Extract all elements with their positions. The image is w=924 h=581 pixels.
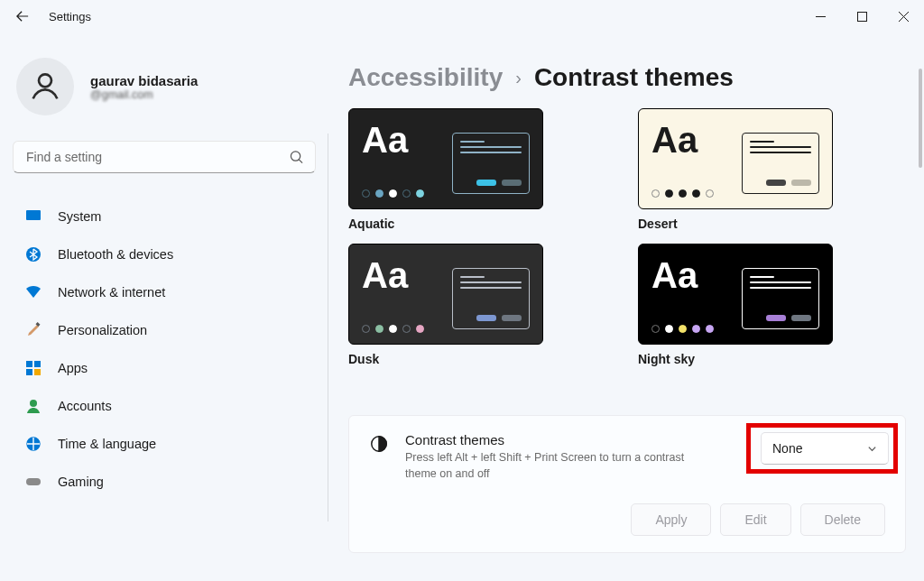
sidebar-item-label: Network & internet <box>58 285 165 300</box>
svg-rect-0 <box>857 12 866 21</box>
sidebar-item-label: Time & language <box>58 437 156 451</box>
sidebar-item-network[interactable]: Network & internet <box>13 274 316 310</box>
svg-rect-8 <box>26 369 32 375</box>
sidebar-item-time-language[interactable]: Time & language <box>13 426 316 462</box>
svg-rect-9 <box>34 369 41 375</box>
sidebar-item-label: Bluetooth & devices <box>58 247 173 262</box>
theme-dropdown[interactable]: None <box>761 432 889 465</box>
search-input[interactable] <box>13 141 316 173</box>
edit-button[interactable]: Edit <box>720 503 790 536</box>
titlebar: Settings <box>0 0 924 32</box>
apps-icon <box>25 360 42 376</box>
sidebar-item-apps[interactable]: Apps <box>13 350 316 386</box>
preview-window <box>742 133 819 194</box>
preview-aa: Aa <box>651 257 698 335</box>
bluetooth-icon <box>25 246 42 263</box>
preview-label: Aquatic <box>348 217 616 231</box>
theme-preview-desert[interactable]: Aa Desert <box>638 108 906 231</box>
sidebar: gaurav bidasaria @gmail.com System Bluet… <box>0 32 328 581</box>
preview-aa: Aa <box>651 122 698 199</box>
profile-block[interactable]: gaurav bidasaria @gmail.com <box>13 58 316 115</box>
preview-label: Night sky <box>638 352 906 366</box>
preview-window <box>742 268 819 329</box>
sidebar-item-accounts[interactable]: Accounts <box>13 388 316 424</box>
sidebar-item-label: Gaming <box>58 475 104 489</box>
theme-preview-night-sky[interactable]: Aa Night sky <box>638 244 906 366</box>
sidebar-item-gaming[interactable]: Gaming <box>13 464 316 500</box>
main-panel: Accessibility › Contrast themes Aa Aquat… <box>328 32 924 553</box>
svg-point-10 <box>30 400 37 407</box>
preview-label: Desert <box>638 217 906 231</box>
preview-window <box>452 268 530 329</box>
sidebar-item-personalization[interactable]: Personalization <box>13 312 316 348</box>
svg-point-1 <box>39 74 51 87</box>
chevron-right-icon: › <box>515 68 522 88</box>
theme-preview-dusk[interactable]: Aa Dusk <box>348 244 616 366</box>
card-description: Press left Alt + left Shift + Print Scre… <box>405 449 703 482</box>
maximize-button[interactable] <box>841 2 882 31</box>
card-title: Contrast themes <box>405 432 703 447</box>
svg-rect-3 <box>26 210 41 220</box>
search-icon <box>290 151 303 164</box>
chevron-down-icon <box>867 444 877 454</box>
delete-button[interactable]: Delete <box>800 503 885 536</box>
sidebar-item-label: Personalization <box>58 323 147 337</box>
sidebar-item-label: Apps <box>58 361 88 375</box>
nav-list: System Bluetooth & devices Network & int… <box>13 198 316 500</box>
preview-aa: Aa <box>362 122 408 199</box>
sidebar-item-label: Accounts <box>58 399 112 413</box>
profile-name: gaurav bidasaria <box>90 73 198 88</box>
preview-label: Dusk <box>348 352 616 366</box>
system-icon <box>25 208 42 225</box>
svg-point-2 <box>291 152 300 161</box>
close-button[interactable] <box>882 2 924 31</box>
avatar <box>16 58 74 115</box>
svg-rect-7 <box>34 361 41 367</box>
profile-email: @gmail.com <box>90 88 198 101</box>
svg-rect-6 <box>26 361 32 367</box>
theme-preview-aquatic[interactable]: Aa Aquatic <box>348 108 616 231</box>
minimize-button[interactable] <box>799 2 841 31</box>
breadcrumb: Accessibility › Contrast themes <box>348 63 906 92</box>
scrollbar[interactable] <box>919 69 922 168</box>
accounts-icon <box>25 398 42 414</box>
globe-icon <box>25 436 42 452</box>
contrast-themes-card: Contrast themes Press left Alt + left Sh… <box>348 415 906 553</box>
contrast-icon <box>369 434 389 454</box>
breadcrumb-parent[interactable]: Accessibility <box>348 63 503 92</box>
sidebar-item-system[interactable]: System <box>13 198 316 235</box>
preview-window <box>452 133 530 194</box>
sidebar-item-label: System <box>58 209 101 224</box>
page-title: Contrast themes <box>534 63 734 92</box>
brush-icon <box>25 322 42 338</box>
wifi-icon <box>25 284 42 300</box>
window-title: Settings <box>49 10 91 23</box>
svg-rect-12 <box>26 478 41 485</box>
preview-aa: Aa <box>362 257 408 335</box>
gaming-icon <box>25 474 42 490</box>
theme-dropdown-value: None <box>772 441 802 456</box>
back-button[interactable] <box>16 10 29 23</box>
apply-button[interactable]: Apply <box>631 503 711 536</box>
sidebar-item-bluetooth[interactable]: Bluetooth & devices <box>13 236 316 272</box>
